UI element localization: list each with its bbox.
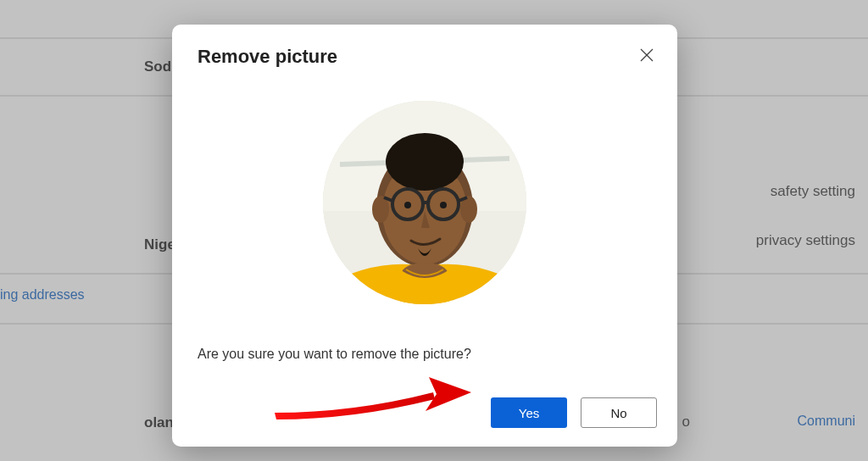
close-icon [640, 48, 654, 65]
dialog-title: Remove picture [198, 46, 337, 68]
profile-picture [323, 101, 526, 304]
remove-picture-dialog: Remove picture [172, 25, 677, 447]
svg-point-14 [440, 202, 447, 208]
dialog-message: Are you sure you want to remove the pict… [198, 347, 471, 362]
svg-point-13 [404, 202, 411, 208]
yes-button[interactable]: Yes [491, 397, 567, 428]
close-button[interactable] [635, 45, 659, 69]
no-button[interactable]: No [581, 397, 657, 428]
no-button-label: No [610, 406, 626, 420]
avatar-icon [323, 101, 526, 304]
yes-button-label: Yes [519, 406, 539, 420]
svg-point-5 [386, 133, 464, 191]
